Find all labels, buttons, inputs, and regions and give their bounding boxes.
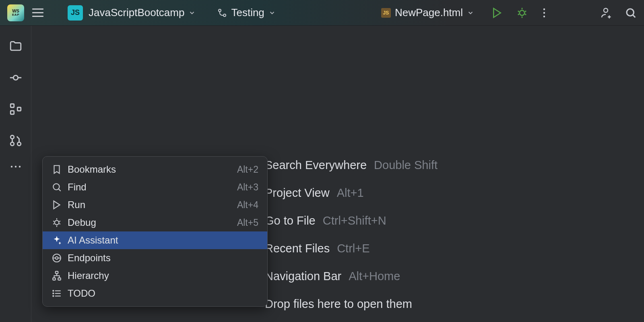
svg-rect-28 xyxy=(56,271,58,273)
svg-point-7 xyxy=(604,8,608,12)
menu-item-label: AI Assistant xyxy=(68,235,258,246)
svg-point-5 xyxy=(543,12,545,13)
svg-rect-14 xyxy=(10,111,14,114)
welcome-row: Recent FilesCtrl+E xyxy=(265,242,438,255)
search-everywhere-button[interactable] xyxy=(625,7,637,19)
svg-marker-2 xyxy=(493,8,501,17)
main-menu-button[interactable] xyxy=(30,6,46,19)
svg-marker-24 xyxy=(54,201,60,209)
svg-point-25 xyxy=(55,221,59,225)
svg-point-16 xyxy=(10,135,14,139)
run-config-selector[interactable]: Testing xyxy=(217,6,275,19)
svg-point-20 xyxy=(14,166,16,167)
svg-line-23 xyxy=(59,189,61,191)
run-button[interactable] xyxy=(491,7,503,19)
svg-point-10 xyxy=(13,75,18,80)
commit-tool-button[interactable] xyxy=(9,71,23,85)
tool-windows-popup: BookmarksAlt+2FindAlt+3RunAlt+4DebugAlt+… xyxy=(42,156,268,307)
app-logo-line2: EAP xyxy=(12,13,19,17)
svg-point-19 xyxy=(10,166,12,167)
search-icon xyxy=(52,182,62,192)
svg-line-9 xyxy=(633,15,636,17)
menu-item-endpoints[interactable]: Endpoints xyxy=(43,249,267,267)
menu-item-label: Endpoints xyxy=(68,252,258,264)
bookmark-icon xyxy=(52,164,62,175)
current-file-label: NewPage.html xyxy=(395,6,463,19)
svg-point-3 xyxy=(520,10,525,15)
hierarchy-icon xyxy=(52,270,62,281)
svg-point-36 xyxy=(53,295,54,296)
svg-point-22 xyxy=(53,184,59,190)
menu-item-label: Bookmarks xyxy=(68,164,231,175)
svg-point-4 xyxy=(543,8,545,10)
play-icon xyxy=(52,200,62,210)
structure-tool-button[interactable] xyxy=(9,102,23,116)
svg-rect-30 xyxy=(58,278,61,280)
menu-item-debug[interactable]: DebugAlt+5 xyxy=(43,214,267,231)
left-tool-rail xyxy=(0,26,31,322)
welcome-row: Project ViewAlt+1 xyxy=(265,186,438,200)
welcome-hints: Search EverywhereDouble Shift Project Vi… xyxy=(265,159,438,311)
svg-point-6 xyxy=(543,15,545,17)
menu-item-run[interactable]: RunAlt+4 xyxy=(43,196,267,214)
welcome-row: Drop files here to open them xyxy=(265,297,438,311)
svg-rect-13 xyxy=(10,104,14,107)
svg-point-17 xyxy=(10,142,14,146)
code-with-me-button[interactable] xyxy=(600,7,612,19)
endpoint-icon xyxy=(52,253,62,263)
welcome-row: Go to FileCtrl+Shift+N xyxy=(265,214,438,227)
debug-button[interactable] xyxy=(516,7,528,19)
svg-point-21 xyxy=(19,166,20,167)
svg-point-8 xyxy=(627,9,634,16)
title-bar: WS EAP JS JavaScriptBootcamp Testing JS … xyxy=(0,0,644,26)
svg-point-34 xyxy=(53,290,54,291)
bug-icon xyxy=(52,217,62,228)
menu-item-label: TODO xyxy=(68,288,258,299)
chevron-down-icon xyxy=(467,9,474,17)
branch-icon xyxy=(217,8,227,18)
pull-requests-tool-button[interactable] xyxy=(9,134,23,147)
menu-item-find[interactable]: FindAlt+3 xyxy=(43,178,267,196)
svg-point-0 xyxy=(219,9,221,12)
menu-item-ai-assistant[interactable]: AI Assistant xyxy=(43,231,267,249)
sparkle-icon xyxy=(52,235,62,246)
welcome-row: Navigation BarAlt+Home xyxy=(265,270,438,283)
project-name-label: JavaScriptBootcamp xyxy=(89,6,184,19)
project-selector[interactable]: JavaScriptBootcamp xyxy=(89,6,196,19)
menu-item-label: Run xyxy=(68,199,231,211)
js-file-icon: JS xyxy=(381,8,391,18)
svg-point-18 xyxy=(17,142,21,146)
svg-point-1 xyxy=(223,14,226,17)
menu-item-shortcut: Alt+2 xyxy=(237,164,258,175)
menu-item-hierarchy[interactable]: Hierarchy xyxy=(43,267,267,285)
menu-item-label: Find xyxy=(68,182,231,193)
list-icon xyxy=(52,288,62,299)
menu-item-shortcut: Alt+5 xyxy=(237,217,258,228)
welcome-row: Search EverywhereDouble Shift xyxy=(265,159,438,172)
project-icon: JS xyxy=(68,5,83,21)
current-file-selector[interactable]: JS NewPage.html xyxy=(381,6,474,19)
menu-item-label: Hierarchy xyxy=(68,270,258,281)
svg-point-26 xyxy=(56,257,58,260)
menu-item-shortcut: Alt+3 xyxy=(237,182,258,193)
more-actions-button[interactable] xyxy=(543,7,546,19)
svg-point-35 xyxy=(53,293,54,294)
more-tools-button[interactable] xyxy=(10,165,22,168)
chevron-down-icon xyxy=(268,9,276,17)
project-tool-button[interactable] xyxy=(9,39,23,53)
menu-item-todo[interactable]: TODO xyxy=(43,285,267,302)
run-config-label: Testing xyxy=(231,6,264,19)
svg-rect-29 xyxy=(53,278,56,280)
menu-item-label: Debug xyxy=(68,217,231,228)
menu-item-shortcut: Alt+4 xyxy=(237,200,258,211)
svg-rect-15 xyxy=(17,107,21,111)
app-logo[interactable]: WS EAP xyxy=(7,4,24,21)
menu-item-bookmarks[interactable]: BookmarksAlt+2 xyxy=(43,161,267,178)
chevron-down-icon xyxy=(188,9,196,17)
